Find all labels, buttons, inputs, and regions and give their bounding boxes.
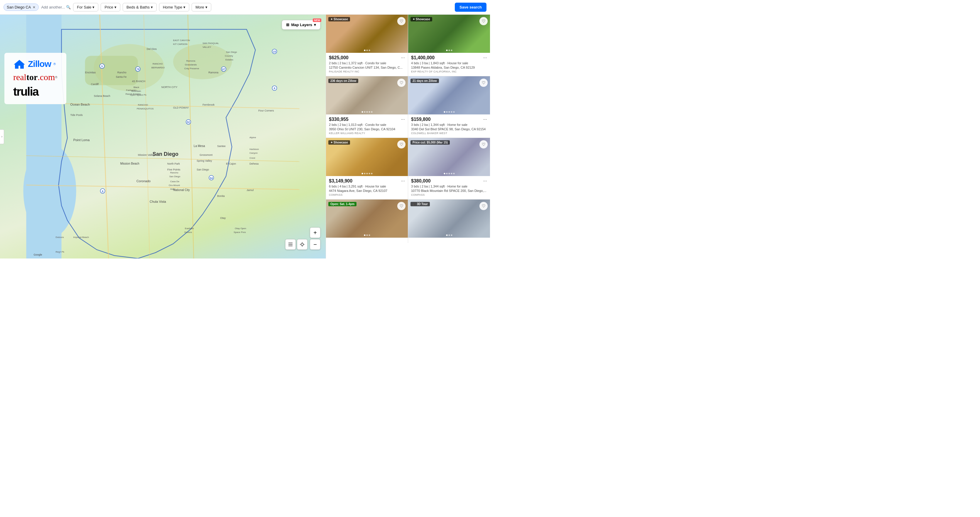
image-dots [446, 234, 452, 236]
price-filter[interactable]: Price ▾ [101, 3, 120, 11]
zoom-out-button[interactable]: − [310, 239, 320, 250]
close-location-icon[interactable]: ✕ [33, 5, 35, 10]
svg-text:San Diego: San Diego [197, 168, 209, 171]
dot-indicator [448, 49, 450, 51]
map-area[interactable]: San Diego Ocean Beach Tide Pools Point L… [0, 15, 326, 259]
svg-rect-3 [85, 56, 138, 85]
chevron-down-icon: ▾ [92, 5, 94, 10]
image-dots [444, 173, 455, 174]
map-list-button[interactable] [285, 239, 296, 250]
listing-badge: ✦ Showcase [328, 17, 350, 21]
dot-indicator [364, 173, 365, 174]
dot-indicator [366, 173, 368, 174]
zillow-house-icon [13, 59, 25, 69]
svg-text:RANCHO: RANCHO [138, 103, 148, 106]
location-tag[interactable]: San Diego CA ✕ [3, 3, 39, 11]
dot-indicator [371, 111, 372, 113]
listing-card[interactable]: Open: Sat. 1-4pm ♡ [326, 199, 408, 243]
side-panel-toggle[interactable]: › [0, 129, 4, 144]
svg-text:VALLEY: VALLEY [202, 46, 211, 48]
home-type-filter[interactable]: Home Type ▾ [159, 3, 189, 11]
map-svg: San Diego Ocean Beach Tide Pools Point L… [0, 15, 326, 259]
svg-text:8: 8 [102, 190, 103, 193]
listing-info [326, 238, 408, 243]
listing-info: $159,800 ··· 3 bds | 2 ba | 1,344 sqft ·… [408, 115, 490, 138]
layers-icon: ⊞ [286, 22, 289, 27]
listing-details: 3 bds | 2 ba | 1,344 sqft · Home for sal… [411, 185, 487, 188]
svg-text:Open Space Pk: Open Space Pk [130, 94, 147, 96]
svg-text:Estates: Estates [225, 58, 233, 61]
favorite-button[interactable]: ♡ [479, 140, 488, 148]
more-options-button[interactable]: ··· [401, 117, 405, 122]
svg-text:Dehesa: Dehesa [250, 162, 258, 165]
svg-text:54: 54 [210, 177, 213, 180]
listing-details: 4 bds | 3 ba | 1,843 sqft · House for sa… [411, 61, 487, 65]
favorite-button[interactable]: ♡ [397, 17, 406, 25]
dot-indicator [451, 49, 452, 51]
zoom-in-button[interactable]: + [310, 227, 320, 238]
beds-baths-filter[interactable]: Beds & Baths ▾ [123, 3, 157, 11]
save-search-button[interactable]: Save search [455, 3, 487, 12]
add-location-button[interactable]: Add another... 🔍 [41, 5, 71, 10]
dot-indicator [453, 111, 455, 113]
image-dots [361, 173, 372, 174]
dot-indicator [451, 234, 452, 236]
svg-text:Point Loma: Point Loma [73, 138, 90, 142]
svg-text:SAN PASQUAL: SAN PASQUAL [202, 42, 219, 45]
more-options-button[interactable]: ··· [483, 117, 487, 122]
listing-image: ✦ Showcase ♡ [408, 15, 490, 53]
svg-text:El Cajon: El Cajon [226, 162, 236, 165]
listing-agent: COLDWELL BANKER WEST [411, 132, 487, 135]
listing-badge: 🎥 3D Tour [410, 202, 430, 206]
image-dots [364, 234, 370, 236]
listing-card[interactable]: ✦ Showcase ♡ $625,000 ··· 2 bds | 2 ba |… [326, 15, 408, 76]
listings-grid: ✦ Showcase ♡ $625,000 ··· 2 bds | 2 ba |… [326, 15, 490, 243]
favorite-button[interactable]: ♡ [397, 202, 406, 210]
listing-info: $380,000 ··· 3 bds | 2 ba | 1,344 sqft ·… [408, 176, 490, 199]
chevron-down-icon: ▾ [205, 5, 207, 10]
realtor-text: real [13, 72, 26, 82]
listing-address: 3950 Ohio St UNIT 230, San Diego, CA 921… [329, 127, 405, 131]
dot-indicator [369, 49, 370, 51]
svg-text:KIT CARSON: KIT CARSON [173, 43, 188, 46]
listing-card[interactable]: ✦ Showcase ♡ $1,400,000 ··· 4 bds | 3 ba… [408, 15, 490, 76]
svg-text:Cardiff: Cardiff [91, 83, 99, 86]
svg-line-8 [26, 103, 299, 108]
svg-text:Country: Country [225, 54, 233, 57]
dot-indicator [444, 111, 445, 113]
svg-text:Mission Beach: Mission Beach [120, 162, 139, 165]
listing-details: 6 bds | 4 ba | 3,291 sqft · House for sa… [329, 185, 405, 188]
favorite-button[interactable]: ♡ [397, 140, 406, 148]
listing-info [408, 238, 490, 243]
favorite-button[interactable]: ♡ [397, 79, 406, 87]
favorite-button[interactable]: ♡ [479, 17, 488, 25]
listing-price: $330,955 [329, 117, 348, 122]
map-layers-button[interactable]: ⊞ Map Layers ▾ NEW [282, 20, 320, 30]
dot-indicator [448, 173, 450, 174]
listing-price: $159,800 [411, 117, 431, 122]
svg-text:Santee: Santee [217, 145, 226, 148]
listing-info: $1,400,000 ··· 4 bds | 3 ba | 1,843 sqft… [408, 53, 490, 76]
listing-card[interactable]: 236 days on Zillow ♡ $330,955 ··· 2 bds … [326, 76, 408, 138]
more-options-button[interactable]: ··· [401, 179, 405, 183]
svg-text:Oro-Mount: Oro-Mount [169, 184, 180, 187]
map-extra-controls [285, 239, 307, 250]
more-options-button[interactable]: ··· [483, 56, 487, 60]
realtor-brand: realtor.com® [13, 72, 57, 82]
listing-card[interactable]: 🎥 3D Tour ♡ [408, 199, 490, 243]
chevron-down-icon: ▾ [314, 22, 316, 27]
favorite-button[interactable]: ♡ [479, 79, 488, 87]
dot-indicator [369, 111, 370, 113]
more-filter[interactable]: More ▾ [192, 3, 211, 11]
more-options-button[interactable]: ··· [483, 179, 487, 183]
for-sale-filter[interactable]: For Sale ▾ [73, 3, 98, 11]
listing-card[interactable]: ✦ Showcase ♡ $3,149,900 ··· 6 bds | 4 ba… [326, 138, 408, 199]
listings-panel[interactable]: ✦ Showcase ♡ $625,000 ··· 2 bds | 2 ba |… [326, 15, 490, 259]
svg-text:PENASQUITOS: PENASQUITOS [137, 107, 154, 110]
favorite-button[interactable]: ♡ [479, 202, 488, 210]
listing-card[interactable]: Price cut: $5,000 (Mar 15) ♡ $380,000 ··… [408, 138, 490, 199]
listing-card[interactable]: 21 days on Zillow ♡ $159,800 ··· 3 bds |… [408, 76, 490, 138]
dot-indicator [371, 173, 372, 174]
more-options-button[interactable]: ··· [401, 56, 405, 60]
location-button[interactable] [297, 239, 307, 250]
